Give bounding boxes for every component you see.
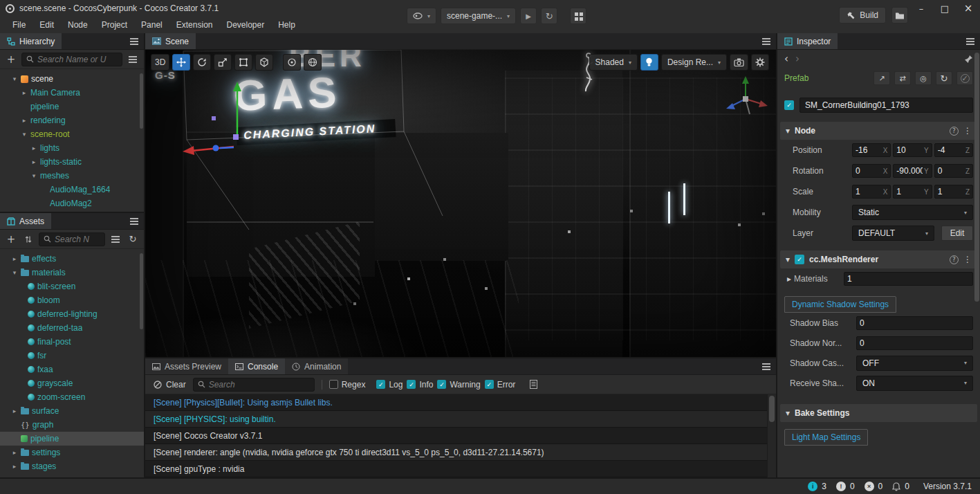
asset-material-blit-screen[interactable]: blit-screen [0,280,144,293]
minimize-button[interactable] [909,0,933,17]
viewport-settings-button[interactable] [751,54,769,71]
open-log-file-button[interactable] [526,378,540,392]
launch-scene-select[interactable]: scene-game-... [441,8,516,24]
hierarchy-node-scene[interactable]: scene [0,72,144,86]
hierarchy-node-audiomag-1664[interactable]: AudioMag_1664 [0,183,144,196]
expand-arrow-icon[interactable] [11,75,18,82]
position-x-field[interactable]: -16X [852,143,891,157]
assets-menu-button[interactable] [124,213,144,229]
log-line[interactable]: [Scene] [PHYSICS]: using builtin. [145,411,767,428]
expand-arrow-icon[interactable] [21,131,28,138]
rect-tool-button[interactable] [234,54,252,71]
hierarchy-menu-button[interactable] [124,33,144,49]
mode-3d-button[interactable]: 3D [151,54,169,71]
assets-filter-button[interactable] [109,232,122,246]
info-count-icon[interactable]: i [808,482,817,491]
shadow-normal-bias-field[interactable]: 0 [856,336,973,350]
reload-button[interactable] [541,8,557,24]
shading-mode-select[interactable]: Shaded [589,54,638,71]
position-y-field[interactable]: 10Y [893,143,932,157]
hierarchy-scrollbar[interactable] [140,73,143,129]
tab-inspector[interactable]: Inspector [777,33,838,49]
maximize-button[interactable] [933,0,956,17]
asset-material-deferred-lighting[interactable]: deferred-lighting [0,307,144,321]
tab-scene[interactable]: Scene [145,33,196,49]
asset-material-fsr[interactable]: fsr [0,349,144,363]
regex-checkbox[interactable]: Regex [329,380,366,390]
clear-console-button[interactable]: Clear [151,380,189,390]
pivot-toggle-button[interactable] [283,54,301,71]
play-button[interactable] [520,8,537,24]
asset-folder-surface[interactable]: surface [0,404,144,418]
bake-settings-header[interactable]: Bake Settings [780,404,977,422]
hierarchy-searchbox[interactable] [21,53,122,66]
create-node-button[interactable] [4,53,18,66]
dynamic-shadow-settings-tab[interactable]: Dynamic Shadow Settings [784,296,896,313]
console-searchbox[interactable] [193,378,315,392]
log-line[interactable]: [Scene] Cocos Creator v3.7.1 [145,428,767,444]
asset-pipeline[interactable]: pipeline [0,432,144,446]
log-checkbox[interactable]: Log [376,380,403,390]
camera-settings-button[interactable] [730,54,748,71]
console-scrollbar-track[interactable] [767,394,776,477]
menu-panel[interactable]: Panel [134,17,169,33]
warning-checkbox[interactable]: Warning [437,380,480,390]
build-button[interactable]: Build [839,7,886,24]
tab-animation[interactable]: Animation [285,358,348,374]
rotation-x-field[interactable]: 0X [852,164,891,178]
console-scrollbar-thumb[interactable] [769,396,775,422]
rotate-tool-button[interactable] [193,54,211,71]
expand-arrow-icon[interactable] [21,89,28,96]
lighting-toggle-button[interactable] [640,54,658,71]
rotation-y-field[interactable]: -90.000Y [893,164,932,178]
refresh-assets-button[interactable] [126,232,140,246]
hierarchy-search-input[interactable] [37,55,118,64]
assets-search-input[interactable] [55,235,100,244]
menu-extension[interactable]: Extension [169,17,220,33]
menu-help[interactable]: Help [271,17,302,33]
prefab-apply-button[interactable] [956,71,973,85]
tab-hierarchy[interactable]: Hierarchy [0,33,62,49]
expand-arrow-icon[interactable] [30,158,37,165]
expand-arrow-icon[interactable] [787,274,791,284]
materials-count-field[interactable]: 1 [844,272,973,286]
menu-node[interactable]: Node [61,17,95,33]
sort-assets-button[interactable] [21,232,35,246]
scene-viewport[interactable]: BER GAS CHARGING STATION G-S [145,50,776,358]
expand-arrow-icon[interactable] [11,255,18,262]
expand-arrow-icon[interactable] [21,117,28,124]
log-line[interactable]: [Scene] gpuType : nvidia [145,461,767,477]
component-enabled-checkbox[interactable] [795,255,804,264]
expand-arrow-icon[interactable] [786,408,790,418]
hierarchy-node-lights[interactable]: lights [0,141,144,155]
bell-icon[interactable] [892,482,900,491]
move-tool-button[interactable] [172,54,190,71]
help-icon[interactable] [950,127,959,136]
hierarchy-filter-button[interactable] [126,53,140,66]
prefab-revert-button[interactable] [936,71,952,85]
expand-arrow-icon[interactable] [786,255,790,264]
expand-arrow-icon[interactable] [30,145,37,152]
menu-file[interactable]: File [6,17,33,33]
inspector-scrollbar[interactable] [974,53,979,302]
receive-shadow-select[interactable]: ON [856,376,973,391]
expand-arrow-icon[interactable] [11,449,18,456]
asset-material-final-post[interactable]: final-post [0,335,144,349]
hierarchy-node-main-camera[interactable]: Main Camera [0,86,144,100]
light-map-settings-tab[interactable]: Light Map Settings [784,429,868,446]
prefab-swap-button[interactable] [894,71,911,85]
prefab-open-button[interactable] [873,71,890,85]
asset-material-deferred-taa[interactable]: deferred-taa [0,321,144,335]
node-menu-icon[interactable] [963,126,972,136]
rotation-z-field[interactable]: 0Z [934,164,973,178]
design-resolution-select[interactable]: Design Re... [661,54,727,71]
coordinate-toggle-button[interactable] [304,54,322,71]
info-checkbox[interactable]: Info [407,380,433,390]
asset-folder-materials[interactable]: materials [0,266,144,280]
asset-material-bloom[interactable]: bloom [0,293,144,307]
tab-assets-preview[interactable]: Assets Preview [145,358,228,374]
scale-y-field[interactable]: 1Y [893,185,932,199]
node-section-header[interactable]: Node [780,122,977,140]
history-forward-button[interactable] [795,53,799,65]
hierarchy-node-scene-root[interactable]: scene-root [0,127,144,141]
